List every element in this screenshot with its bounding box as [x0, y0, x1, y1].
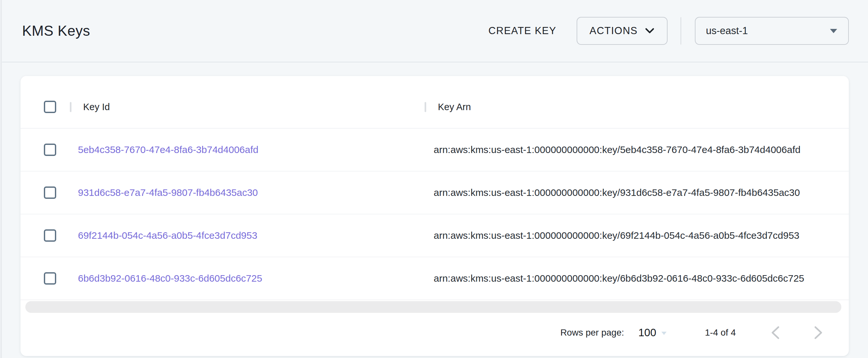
- row-checkbox-cell: [21, 186, 70, 199]
- key-arn-cell: arn:aws:kms:us-east-1:000000000000:key/6…: [425, 273, 849, 284]
- key-arn-cell: arn:aws:kms:us-east-1:000000000000:key/6…: [425, 230, 849, 241]
- next-page-button[interactable]: [809, 323, 828, 342]
- horizontal-scrollbar-thumb[interactable]: [25, 301, 841, 313]
- page-title: KMS Keys: [22, 23, 90, 39]
- column-header-key-id: Key Id: [83, 102, 110, 112]
- table-row: 69f2144b-054c-4a56-a0b5-4fce3d7cd953 arn…: [21, 214, 849, 257]
- actions-button[interactable]: ACTIONS: [577, 17, 668, 45]
- select-all-checkbox[interactable]: [44, 101, 56, 113]
- keys-table-card: Key Id Key Arn 5eb4c358-7670-47e4-8fa6-3…: [21, 76, 849, 356]
- previous-page-button[interactable]: [766, 323, 785, 342]
- horizontal-scrollbar-track: [21, 301, 849, 314]
- key-arn-value: arn:aws:kms:us-east-1:000000000000:key/6…: [425, 230, 800, 241]
- pagination-range: 1-4 of 4: [705, 327, 736, 338]
- column-resize-handle[interactable]: [425, 102, 426, 112]
- key-id-cell: 931d6c58-e7a7-4fa5-9807-fb4b6435ac30: [70, 187, 425, 198]
- column-header-key-arn: Key Arn: [438, 102, 471, 112]
- create-key-button[interactable]: CREATE KEY: [479, 19, 565, 42]
- key-arn-cell: arn:aws:kms:us-east-1:000000000000:key/5…: [425, 144, 849, 155]
- rows-per-page-label: Rows per page:: [560, 327, 624, 338]
- chevron-left-icon: [770, 326, 781, 340]
- pagination-nav: [766, 323, 828, 342]
- row-checkbox[interactable]: [44, 144, 56, 156]
- page-header: KMS Keys CREATE KEY ACTIONS us-east-1: [2, 0, 868, 62]
- region-select-value: us-east-1: [706, 25, 748, 37]
- row-checkbox[interactable]: [44, 229, 56, 242]
- chevron-right-icon: [813, 326, 824, 340]
- row-checkbox[interactable]: [44, 186, 56, 199]
- sidebar-edge: [0, 0, 2, 358]
- key-id-link[interactable]: 69f2144b-054c-4a56-a0b5-4fce3d7cd953: [70, 230, 257, 241]
- header-key-arn-cell[interactable]: Key Arn: [425, 102, 849, 112]
- key-arn-value: arn:aws:kms:us-east-1:000000000000:key/5…: [425, 144, 800, 155]
- key-id-cell: 6b6d3b92-0616-48c0-933c-6d605dc6c725: [70, 273, 425, 284]
- dropdown-arrow-icon: [829, 28, 838, 34]
- region-select[interactable]: us-east-1: [695, 17, 849, 45]
- key-id-cell: 5eb4c358-7670-47e4-8fa6-3b74d4006afd: [70, 144, 425, 155]
- kms-keys-page: KMS Keys CREATE KEY ACTIONS us-east-1: [0, 0, 868, 358]
- actions-button-label: ACTIONS: [590, 25, 638, 37]
- select-arrow-icon: [661, 331, 667, 336]
- header-divider: [681, 17, 681, 44]
- table-row: 5eb4c358-7670-47e4-8fa6-3b74d4006afd arn…: [21, 129, 849, 172]
- table-pagination: Rows per page: 100 1-4 of 4: [21, 314, 849, 356]
- row-checkbox-cell: [21, 272, 70, 285]
- header-key-id-cell[interactable]: Key Id: [70, 102, 425, 112]
- key-id-cell: 69f2144b-054c-4a56-a0b5-4fce3d7cd953: [70, 230, 425, 241]
- key-arn-value: arn:aws:kms:us-east-1:000000000000:key/6…: [425, 273, 804, 284]
- chevron-down-icon: [645, 28, 655, 34]
- table-row: 6b6d3b92-0616-48c0-933c-6d605dc6c725 arn…: [21, 257, 849, 300]
- column-resize-handle[interactable]: [70, 102, 71, 112]
- row-checkbox-cell: [21, 144, 70, 156]
- table-row: 931d6c58-e7a7-4fa5-9807-fb4b6435ac30 arn…: [21, 172, 849, 214]
- rows-per-page-value: 100: [638, 327, 656, 339]
- key-arn-value: arn:aws:kms:us-east-1:000000000000:key/9…: [425, 187, 800, 198]
- row-checkbox[interactable]: [44, 272, 56, 285]
- key-id-link[interactable]: 5eb4c358-7670-47e4-8fa6-3b74d4006afd: [70, 144, 258, 155]
- key-arn-cell: arn:aws:kms:us-east-1:000000000000:key/9…: [425, 187, 849, 198]
- header-checkbox-cell: [21, 101, 70, 113]
- key-id-link[interactable]: 931d6c58-e7a7-4fa5-9807-fb4b6435ac30: [70, 187, 258, 198]
- key-id-link[interactable]: 6b6d3b92-0616-48c0-933c-6d605dc6c725: [70, 273, 262, 284]
- rows-per-page-select[interactable]: 100: [638, 327, 667, 339]
- table-header-row: Key Id Key Arn: [21, 86, 849, 129]
- row-checkbox-cell: [21, 229, 70, 242]
